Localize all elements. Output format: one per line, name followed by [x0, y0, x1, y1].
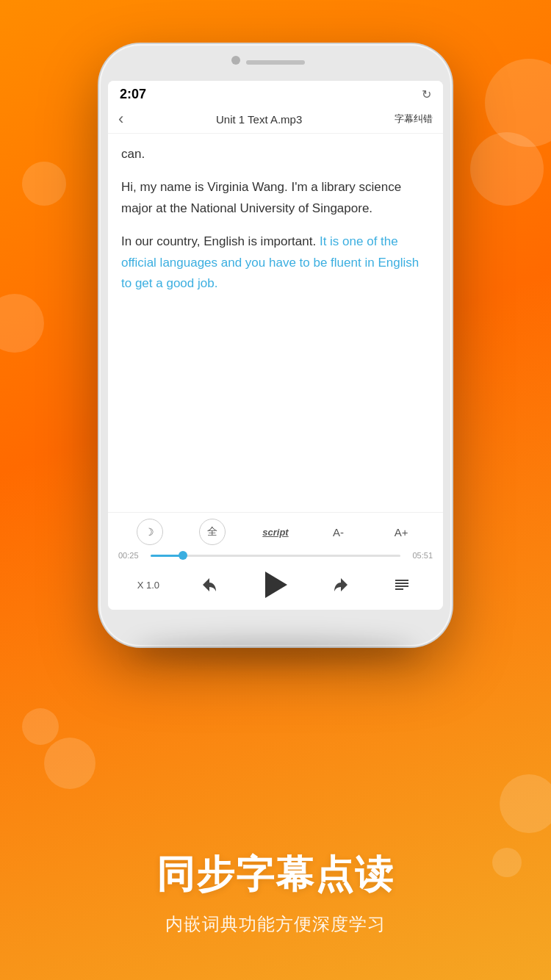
- player-area: ☽ 全 script A- A+: [108, 512, 443, 610]
- main-heading: 同步字幕点读: [29, 849, 522, 901]
- font-minus-icon: A-: [333, 526, 344, 538]
- progress-row: 00:25 05:51: [118, 551, 433, 560]
- bg-decoration-6: [44, 738, 96, 789]
- rewind-button[interactable]: [198, 573, 221, 597]
- phone-camera: [231, 56, 240, 65]
- text-paragraph-1: Hi, my name is Virginia Wang. I'm a libr…: [121, 177, 430, 220]
- progress-bar[interactable]: [151, 555, 400, 557]
- bg-decoration-4: [470, 132, 544, 206]
- bottom-section: 同步字幕点读 内嵌词典功能方便深度学习: [0, 849, 551, 936]
- playback-speed[interactable]: X 1.0: [137, 580, 159, 591]
- forward-button[interactable]: [329, 573, 353, 597]
- font-increase-button[interactable]: A+: [388, 519, 414, 545]
- refresh-icon: ↻: [422, 87, 431, 101]
- moon-icon: ☽: [145, 526, 154, 538]
- player-icon-row: ☽ 全 script A- A+: [118, 519, 433, 545]
- font-decrease-button[interactable]: A-: [325, 519, 352, 545]
- phone-screen: 2:07 ↻ ‹ Unit 1 Text A.mp3 字幕纠错 can. Hi,…: [108, 81, 443, 610]
- night-mode-button[interactable]: ☽: [137, 519, 163, 545]
- nav-bar: ‹ Unit 1 Text A.mp3 字幕纠错: [108, 105, 443, 134]
- text-line-0: can.: [121, 147, 145, 161]
- sub-heading: 内嵌词典功能方便深度学习: [29, 912, 522, 936]
- font-plus-icon: A+: [395, 526, 408, 538]
- status-time: 2:07: [120, 87, 146, 102]
- bg-decoration-5: [22, 708, 59, 745]
- status-bar: 2:07 ↻: [108, 81, 443, 105]
- phone-mockup: 2:07 ↻ ‹ Unit 1 Text A.mp3 字幕纠错 can. Hi,…: [99, 44, 452, 646]
- progress-thumb[interactable]: [179, 551, 187, 560]
- subtitle-correct-button[interactable]: 字幕纠错: [395, 112, 433, 126]
- phone-shadow: [134, 639, 417, 661]
- playlist-button[interactable]: [390, 573, 414, 597]
- current-time: 00:25: [118, 551, 145, 560]
- text-line-1: Hi, my name is Virginia Wang. I'm a libr…: [121, 180, 401, 215]
- nav-title: Unit 1 Text A.mp3: [216, 113, 302, 126]
- full-text-button[interactable]: 全: [199, 519, 226, 545]
- bg-decoration-3: [22, 162, 66, 206]
- phone-frame: 2:07 ↻ ‹ Unit 1 Text A.mp3 字幕纠错 can. Hi,…: [99, 44, 452, 646]
- text-line-2-normal: In our country, English is important. It…: [121, 234, 419, 291]
- full-text-icon: 全: [207, 525, 217, 538]
- script-button[interactable]: script: [262, 519, 289, 545]
- bg-decoration-7: [500, 774, 551, 833]
- text-paragraph-2: In our country, English is important. It…: [121, 231, 430, 295]
- total-time: 05:51: [406, 551, 433, 560]
- text-normal: In our country, English is important.: [121, 234, 320, 248]
- content-area: can. Hi, my name is Virginia Wang. I'm a…: [108, 134, 443, 512]
- bg-decoration-2: [0, 294, 44, 353]
- script-icon: script: [262, 527, 288, 538]
- playback-controls: X 1.0: [118, 566, 433, 604]
- phone-speaker: [246, 60, 305, 65]
- text-paragraph-0: can.: [121, 144, 430, 165]
- back-button[interactable]: ‹: [118, 109, 123, 129]
- play-button[interactable]: [259, 569, 291, 601]
- play-icon: [265, 572, 287, 598]
